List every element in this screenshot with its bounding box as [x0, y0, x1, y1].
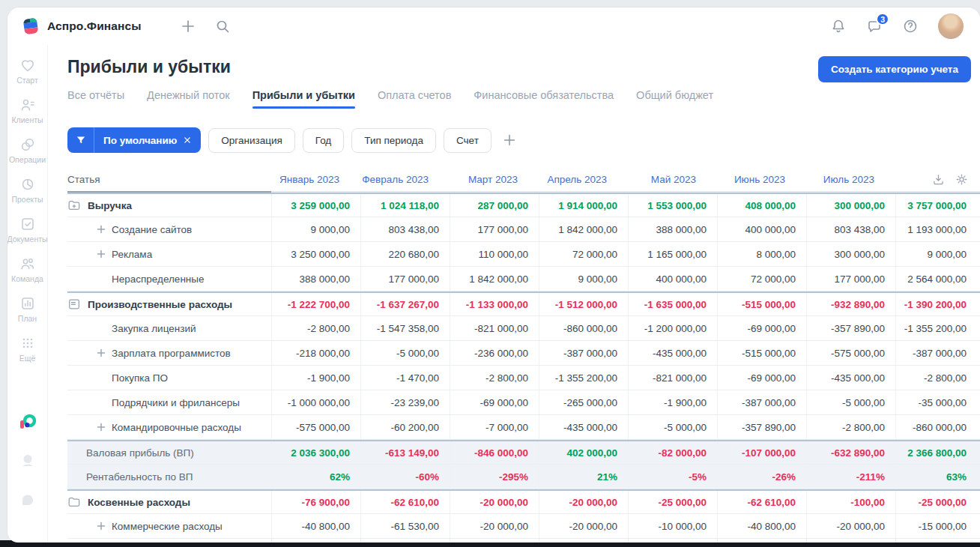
row-label-cell[interactable]: Рентабельность по ВП: [67, 465, 271, 489]
cell-value: -515 000,00: [717, 293, 806, 315]
cell-value: -1 470,00: [360, 366, 450, 390]
app-switch-icon[interactable]: [18, 490, 37, 510]
row-label-cell: Подрядчики и фрилансеры: [67, 390, 271, 414]
row-label: Косвенные расходы: [88, 497, 190, 508]
cell-value: 3 259 000,00: [271, 194, 360, 217]
folder-plus-icon: [67, 199, 81, 212]
cell-value: -575 000,00: [806, 341, 895, 365]
tab-budget[interactable]: Общий бюджет: [636, 89, 713, 109]
cell-value: -100,00: [806, 539, 895, 543]
tab-liabilities[interactable]: Финансовые обязательства: [474, 89, 614, 109]
pnl-table: Статья Январь 2023Февраль 2023Март 2023А…: [67, 167, 980, 543]
expand-icon[interactable]: [96, 249, 106, 259]
filter-chip-account[interactable]: Счет: [444, 128, 491, 153]
cell-value: -69 000,00: [717, 316, 806, 340]
filter-bar: По умолчанию ОрганизацияГодТип периодаСч…: [67, 127, 980, 153]
cell-value: 402 000,00: [539, 441, 628, 464]
settings-gear-icon[interactable]: [955, 173, 968, 186]
sidebar-item-team[interactable]: Команда: [7, 256, 48, 283]
download-icon[interactable]: [932, 173, 945, 186]
cell-value: -1 547 358,00: [360, 316, 450, 340]
filter-chip-year[interactable]: Год: [303, 128, 345, 153]
filter-preset[interactable]: По умолчанию: [67, 127, 201, 153]
cell-value: 803 438,00: [806, 217, 895, 241]
row-label: Покупка ПО: [112, 372, 168, 384]
cell-value: -387 000,00: [895, 341, 980, 365]
finance-app-icon[interactable]: [18, 412, 37, 432]
cell-value: -575 000,00: [271, 415, 360, 439]
cell-value: -82 000,00: [628, 441, 717, 464]
cell-value: -236 000,00: [450, 341, 539, 365]
sidebar-item-more[interactable]: Ещё: [7, 335, 48, 363]
cell-value: -1 133 000,00: [450, 293, 539, 315]
expand-icon[interactable]: [96, 348, 106, 358]
cell-value: -1 000 000,00: [271, 390, 360, 414]
plan-icon: [19, 295, 36, 312]
cell-value: -15 000,00: [628, 539, 717, 543]
cell-value: 9 000,00: [539, 267, 628, 291]
sidebar-item-documents[interactable]: Документы: [7, 216, 48, 244]
cell-value: -40 800,00: [717, 514, 806, 538]
notifications-badge: 3: [876, 13, 889, 25]
expand-icon[interactable]: [96, 422, 106, 432]
folder-icon: [67, 495, 81, 509]
sidebar-item-plan[interactable]: План: [7, 295, 48, 323]
row-label-cell[interactable]: Производственные расходы: [67, 293, 271, 315]
filter-chip-period-type[interactable]: Тип периода: [351, 128, 436, 153]
cell-value: -1 390 200,00: [895, 293, 980, 315]
cell-value: 1 914 000,00: [539, 194, 628, 217]
sidebar-item-clients[interactable]: Клиенты: [7, 97, 48, 124]
cell-value: -62 610,00: [717, 491, 806, 513]
chat-icon[interactable]: 3: [866, 18, 883, 34]
cell-value: 2 366 800,00: [895, 441, 980, 464]
filter-chip-organization[interactable]: Организация: [208, 128, 294, 153]
cell-value: 21%: [539, 465, 628, 489]
cell-value: -1 080,00: [360, 539, 450, 543]
sidebar-item-projects[interactable]: Проекты: [7, 176, 48, 204]
row-label-cell[interactable]: Выручка: [67, 194, 271, 217]
cell-value: -15 000,00: [895, 514, 980, 538]
sidebar-item-label: Документы: [7, 235, 48, 244]
cell-value: 1 024 118,00: [360, 194, 450, 217]
cell-value: -932 890,00: [806, 293, 895, 315]
bell-icon[interactable]: [830, 18, 847, 34]
column-header: Март 2023: [450, 167, 539, 193]
help-icon[interactable]: [902, 18, 919, 34]
cell-value: -357 890,00: [717, 415, 806, 439]
expand-icon[interactable]: [96, 521, 106, 531]
table-header: Статья Январь 2023Февраль 2023Март 2023А…: [67, 167, 980, 193]
sidebar-item-start[interactable]: Старт: [7, 57, 48, 85]
table-row: Производственные расходы-1 222 700,00-1 …: [67, 291, 980, 316]
cell-value: -295%: [450, 465, 539, 489]
row-label-cell[interactable]: Валовая прибыль (ВП): [67, 441, 271, 464]
tab-profit-loss[interactable]: Прибыли и убытки: [252, 89, 355, 109]
more-grid-icon: [19, 335, 36, 351]
app-switch-icon[interactable]: [18, 451, 37, 471]
cell-value: 2 036 300,00: [271, 441, 360, 464]
create-category-button[interactable]: Создать категорию учета: [818, 56, 971, 82]
tab-invoice-payment[interactable]: Оплата счетов: [378, 89, 451, 109]
add-filter-icon[interactable]: [502, 133, 517, 148]
row-label-cell: Командировочные расходы: [67, 415, 271, 439]
row-label: Выручка: [88, 200, 132, 211]
cell-value: 388 000,00: [628, 217, 717, 241]
cell-value: 220 680,00: [360, 242, 450, 266]
projects-icon: [19, 176, 36, 193]
close-icon[interactable]: [182, 135, 193, 145]
cell-value: -60%: [360, 465, 450, 489]
sidebar-item-operations[interactable]: Операции: [7, 136, 48, 164]
expand-icon[interactable]: [96, 224, 106, 235]
row-label: Нераспределенные: [112, 274, 205, 285]
cell-value: 110 000,00: [450, 242, 539, 266]
tab-cash-flow[interactable]: Денежный поток: [147, 89, 230, 109]
add-icon[interactable]: [180, 18, 196, 34]
filter-preset-label: По умолчанию: [94, 135, 182, 146]
cell-value: 72 000,00: [539, 242, 628, 266]
table-row: Зарплата программистов-218 000,00-5 000,…: [67, 341, 980, 366]
search-icon[interactable]: [214, 18, 231, 34]
row-label-cell[interactable]: Косвенные расходы: [67, 491, 271, 513]
user-avatar[interactable]: [938, 13, 964, 39]
tab-all-reports[interactable]: Все отчёты: [67, 89, 124, 109]
cell-value: -435 000,00: [628, 341, 717, 365]
table-row: Коммерческие расходы-40 800,00-61 530,00…: [67, 514, 980, 539]
